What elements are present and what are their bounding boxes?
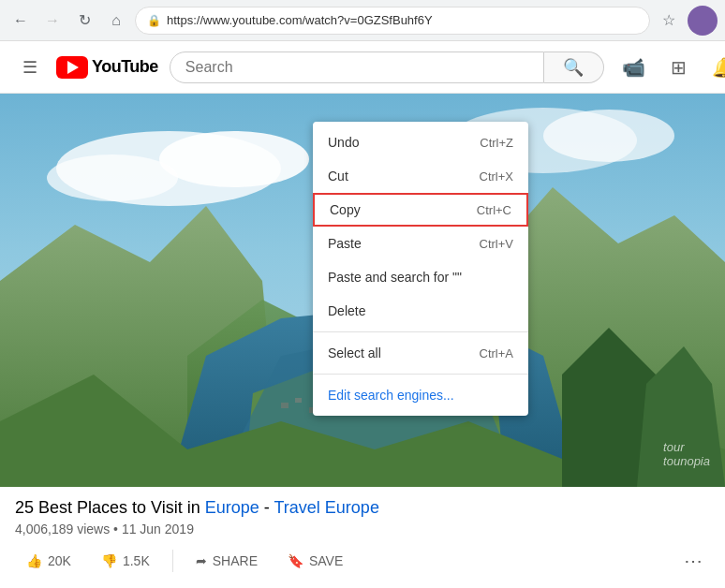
title-dash: - bbox=[259, 498, 274, 517]
dislike-count: 1.5K bbox=[123, 553, 150, 568]
thumbs-down-icon: 👎 bbox=[101, 553, 117, 568]
share-label: SHARE bbox=[213, 553, 258, 568]
play-triangle bbox=[67, 61, 79, 74]
video-actions: 👍 20K 👎 1.5K ➦ SHARE 🔖 SAVE ⋯ bbox=[15, 544, 710, 578]
youtube-logo-icon bbox=[56, 56, 88, 79]
svg-point-2 bbox=[159, 131, 309, 187]
back-button[interactable]: ← bbox=[7, 7, 34, 34]
title-end: Travel Europe bbox=[274, 498, 379, 517]
grid-button[interactable]: ⊞ bbox=[660, 49, 698, 86]
like-button[interactable]: 👍 20K bbox=[15, 546, 82, 576]
menu-item-copy[interactable]: Copy Ctrl+C bbox=[313, 193, 528, 227]
url-text: https://www.youtube.com/watch?v=0GZSfBuh… bbox=[167, 13, 638, 27]
youtube-header: ☰ YouTube 🔍 📹 ⊞ 🔔 7 bbox=[0, 41, 725, 94]
share-button[interactable]: ➦ SHARE bbox=[185, 546, 269, 576]
video-area: tour tounopia Undo Ctrl+Z Cut Ctrl+X Cop… bbox=[0, 94, 725, 487]
more-options-button[interactable]: ⋯ bbox=[676, 544, 710, 578]
search-area: 🔍 bbox=[170, 51, 604, 83]
video-info: 25 Best Places to Visit in Europe - Trav… bbox=[0, 487, 725, 585]
notifications-button[interactable]: 🔔 7 bbox=[705, 49, 725, 86]
menu-item-edit-search-engines[interactable]: Edit search engines... bbox=[313, 378, 528, 412]
title-highlight: Europe bbox=[205, 498, 259, 517]
menu-item-paste[interactable]: Paste Ctrl+V bbox=[313, 227, 528, 260]
youtube-logo-text: YouTube bbox=[92, 57, 158, 77]
dislike-button[interactable]: 👎 1.5K bbox=[90, 546, 161, 576]
search-input[interactable] bbox=[170, 51, 544, 83]
browser-profile-avatar[interactable] bbox=[688, 6, 718, 36]
menu-item-paste-search[interactable]: Paste and search for "" bbox=[313, 260, 528, 294]
video-title: 25 Best Places to Visit in Europe - Trav… bbox=[15, 498, 710, 518]
video-watermark: tour tounopia bbox=[663, 440, 710, 468]
browser-chrome: ← → ↻ ⌂ 🔒 https://www.youtube.com/watch?… bbox=[0, 0, 725, 41]
hamburger-menu[interactable]: ☰ bbox=[15, 50, 45, 85]
video-camera-button[interactable]: 📹 bbox=[615, 49, 653, 86]
save-button[interactable]: 🔖 SAVE bbox=[276, 546, 354, 576]
menu-item-delete[interactable]: Delete bbox=[313, 294, 528, 328]
menu-item-select-all[interactable]: Select all Ctrl+A bbox=[313, 336, 528, 370]
like-count: 20K bbox=[48, 553, 71, 568]
upload-date: 11 Jun 2019 bbox=[122, 522, 194, 537]
svg-point-5 bbox=[543, 110, 674, 162]
reload-button[interactable]: ↻ bbox=[71, 7, 97, 34]
svg-point-3 bbox=[47, 154, 178, 201]
title-start: 25 Best Places to Visit bbox=[15, 498, 183, 517]
address-bar[interactable]: 🔒 https://www.youtube.com/watch?v=0GZSfB… bbox=[135, 7, 650, 35]
title-in: in bbox=[183, 498, 205, 517]
save-label: SAVE bbox=[309, 553, 343, 568]
youtube-logo[interactable]: YouTube bbox=[56, 56, 158, 79]
menu-divider bbox=[313, 331, 528, 332]
thumbs-up-icon: 👍 bbox=[26, 553, 42, 568]
context-menu: Undo Ctrl+Z Cut Ctrl+X Copy Ctrl+C Paste… bbox=[313, 122, 528, 416]
save-icon: 🔖 bbox=[288, 553, 303, 568]
home-button[interactable]: ⌂ bbox=[103, 7, 129, 34]
meta-bullet: • bbox=[110, 522, 122, 537]
video-meta: 4,006,189 views • 11 Jun 2019 bbox=[15, 522, 710, 537]
forward-button[interactable]: → bbox=[39, 7, 66, 34]
menu-divider-2 bbox=[313, 374, 528, 375]
share-icon: ➦ bbox=[196, 553, 207, 568]
menu-item-undo[interactable]: Undo Ctrl+Z bbox=[313, 125, 528, 159]
lock-icon: 🔒 bbox=[147, 14, 161, 27]
search-button[interactable]: 🔍 bbox=[544, 51, 604, 83]
menu-item-cut[interactable]: Cut Ctrl+X bbox=[313, 159, 528, 193]
bookmark-button[interactable]: ☆ bbox=[656, 7, 682, 34]
header-right: 📹 ⊞ 🔔 7 bbox=[615, 49, 725, 86]
view-count: 4,006,189 views bbox=[15, 522, 110, 537]
action-separator bbox=[172, 550, 173, 572]
